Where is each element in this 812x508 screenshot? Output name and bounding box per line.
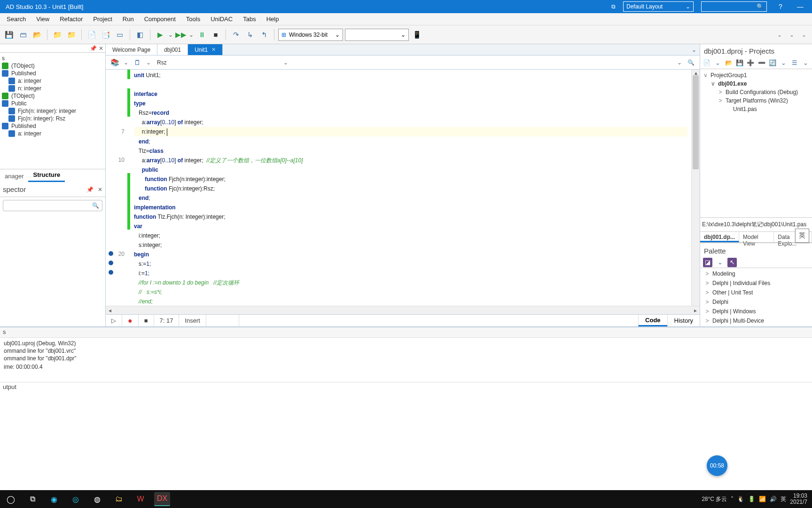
message-line[interactable]: ubj001.uproj (Debug, Win32)	[4, 340, 808, 347]
add-folder-button[interactable]: 📁	[51, 29, 63, 41]
device-combo[interactable]: ⌄	[345, 29, 409, 41]
run-button[interactable]: ▶	[154, 29, 166, 41]
tab-manager[interactable]: anager	[0, 170, 28, 182]
structure-node[interactable]: (TObject)	[0, 92, 105, 100]
platform-combo[interactable]: ⊞ Windows 32-bit ⌄	[278, 29, 343, 41]
structure-node[interactable]: a: integer	[0, 130, 105, 137]
palette-pointer-icon[interactable]: ↖	[727, 258, 737, 267]
structure-node[interactable]: Public	[0, 100, 105, 107]
proj-filter-icon[interactable]: ☰	[790, 58, 799, 68]
form-button[interactable]: ▭	[114, 29, 126, 41]
palette-category[interactable]: >Delphi | Individual Files	[700, 278, 812, 288]
chevron-down-icon[interactable]: ⌄	[715, 258, 725, 267]
macro-record-icon[interactable]: ●	[122, 315, 139, 326]
palette-category[interactable]: >Delphi | Windows	[700, 307, 812, 316]
structure-node[interactable]: Published	[0, 70, 105, 77]
menu-unidac[interactable]: UniDAC	[206, 14, 237, 24]
structure-node[interactable]: Published	[0, 122, 105, 130]
close-icon[interactable]: ✕	[211, 47, 216, 53]
messages-list[interactable]: ubj001.uproj (Debug, Win32)ommand line f…	[0, 338, 812, 382]
devices-icon[interactable]: ⧉	[607, 3, 619, 10]
clock[interactable]: 19:03 2021/7	[790, 493, 809, 505]
palette-category[interactable]: >Modeling	[700, 269, 812, 278]
task-view-icon[interactable]: ⧉	[24, 492, 40, 506]
proj-new-icon[interactable]: 📄	[702, 58, 711, 68]
tab-unit1[interactable]: Unit1 ✕	[188, 44, 223, 55]
step-over-button[interactable]: ↷	[230, 29, 242, 41]
pause-button[interactable]: ⏸	[195, 29, 208, 41]
macro-stop-icon[interactable]: ■	[139, 315, 154, 326]
stop-button[interactable]: ■	[210, 29, 222, 41]
proj-open-icon[interactable]: 📂	[724, 58, 733, 68]
menu-view[interactable]: View	[31, 14, 54, 24]
run-without-debug-button[interactable]: ▶▶	[175, 29, 187, 41]
message-line[interactable]: ommand line for "dbj001.vrc"	[4, 347, 808, 355]
menu-search[interactable]: Search	[2, 14, 31, 24]
title-search-input[interactable]: 🔍	[701, 1, 767, 12]
tray-up-icon[interactable]: ˄	[731, 496, 734, 502]
remove-folder-button[interactable]: 📁	[65, 29, 78, 41]
nav-symbol-input[interactable]: Rsz	[154, 57, 281, 68]
new-file-button[interactable]: 📄	[86, 29, 98, 41]
proj-tab-dproj[interactable]: dbj001.dp...	[700, 232, 739, 242]
chevron-down-icon[interactable]: ⌄	[677, 59, 682, 66]
palette-category[interactable]: >Delphi	[700, 297, 812, 307]
wps-icon[interactable]: W	[133, 492, 148, 506]
project-tree[interactable]: ∨ProjectGroup1∨dbj001.exe>Build Configur…	[700, 69, 812, 115]
ime-tray-icon[interactable]: 英	[781, 495, 786, 503]
project-node[interactable]: >Target Platforms (Win32)	[700, 96, 812, 105]
toolbar-dropdown-3[interactable]: ⌄	[799, 32, 809, 38]
chevron-down-icon[interactable]: ⌄	[779, 58, 788, 68]
proj-tab-model[interactable]: Model View	[739, 232, 774, 242]
horizontal-scrollbar[interactable]: ◂ ▸	[106, 306, 700, 314]
palette-category[interactable]: >Other | Unit Test	[700, 288, 812, 297]
proj-save-icon[interactable]: 💾	[735, 58, 744, 68]
close-icon[interactable]: ✕	[99, 45, 103, 52]
run-dropdown-icon[interactable]: ⌄	[168, 32, 173, 38]
view-tab-code[interactable]: Code	[638, 315, 667, 326]
minimize-button[interactable]: —	[790, 0, 810, 13]
tab-dbj001[interactable]: dbj001	[157, 44, 188, 55]
open-button[interactable]: 📂	[31, 29, 43, 41]
vertical-scrollbar[interactable]: ▴	[691, 70, 700, 306]
structure-node[interactable]: a: integer	[0, 77, 105, 85]
layout-combo[interactable]: Default Layout ⌄	[623, 1, 694, 12]
palette-category[interactable]: >Delphi | Multi-Device	[700, 316, 812, 325]
menu-refactor[interactable]: Refactor	[55, 14, 87, 24]
mobile-icon[interactable]: 📱	[411, 29, 423, 41]
scroll-thumb[interactable]	[693, 75, 699, 169]
menu-project[interactable]: Project	[88, 14, 117, 24]
project-node[interactable]: ∨ProjectGroup1	[700, 71, 812, 79]
chevron-down-icon[interactable]: ⌄	[713, 58, 722, 68]
toolbar-dropdown-1[interactable]: ⌄	[774, 32, 785, 38]
nav-search-button[interactable]: 🔍	[685, 59, 697, 66]
tab-welcome[interactable]: Welcome Page	[106, 44, 157, 55]
structure-node[interactable]: Fjch(n: integer): integer	[0, 107, 105, 115]
code-editor[interactable]: 71020 unit Unit1; interfacetype Rsz=reco…	[106, 70, 700, 306]
help-button[interactable]: ?	[771, 0, 790, 13]
project-node[interactable]: Unit1.pas	[700, 105, 812, 113]
menu-tools[interactable]: Tools	[181, 14, 205, 24]
nav-method-icon[interactable]: 🗒	[131, 56, 143, 69]
view-tab-history[interactable]: History	[667, 315, 700, 326]
menu-help[interactable]: Help	[262, 14, 284, 24]
chevron-down-icon[interactable]: ⌄	[283, 59, 288, 66]
palette-category-icon[interactable]: ◪	[703, 258, 712, 267]
delphi-icon[interactable]: DX	[154, 492, 170, 506]
step-out-button[interactable]: ↰	[258, 29, 270, 41]
menu-component[interactable]: Component	[140, 14, 180, 24]
inspector-search-input[interactable]: 🔍	[3, 200, 102, 211]
browser-icon[interactable]: ◎	[68, 492, 84, 506]
volume-icon[interactable]: 🔊	[770, 496, 777, 502]
proj-sync-icon[interactable]: 🔄	[768, 58, 777, 68]
nav-class-icon[interactable]: 📚	[109, 56, 121, 69]
tab-structure[interactable]: Structure	[28, 169, 65, 182]
line-gutter[interactable]: 71020	[106, 70, 127, 306]
structure-tree[interactable]: s(TObject)Publisheda: integern: integer(…	[0, 53, 105, 169]
system-tray[interactable]: 28°C 多云 ˄ 🐧 🔋 📶 🔊 英 19:03 2021/7	[702, 493, 809, 505]
project-node[interactable]: >Build Configurations (Debug)	[700, 88, 812, 96]
message-line[interactable]: ime: 00:00:00.4	[4, 363, 808, 371]
chevron-down-icon[interactable]: ⌄	[124, 59, 128, 66]
chrome-icon[interactable]: ◍	[89, 492, 105, 506]
structure-node[interactable]: (TObject)	[0, 62, 105, 70]
